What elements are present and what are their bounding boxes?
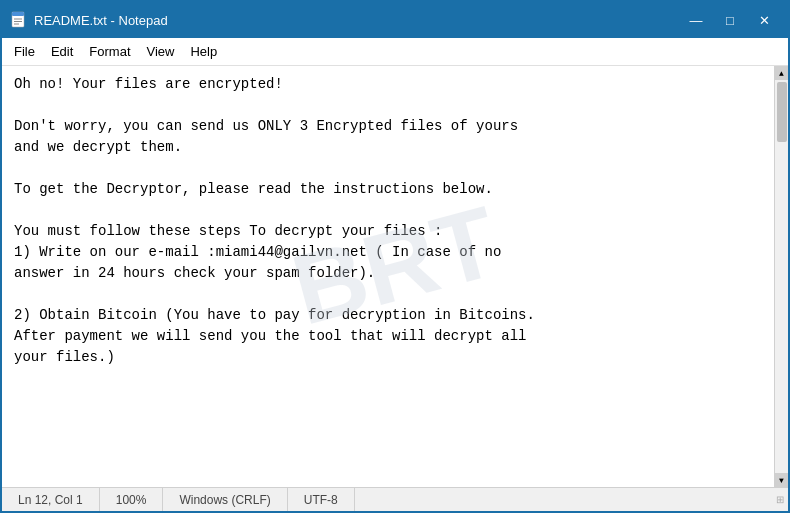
menu-help[interactable]: Help <box>182 42 225 61</box>
text-editor[interactable]: Oh no! Your files are encrypted! Don't w… <box>2 66 774 487</box>
encoding: UTF-8 <box>288 488 355 511</box>
menu-bar: File Edit Format View Help <box>2 38 788 66</box>
cursor-position: Ln 12, Col 1 <box>2 488 100 511</box>
title-bar-left: README.txt - Notepad <box>10 11 168 29</box>
scrollbar[interactable]: ▲ ▼ <box>774 66 788 487</box>
menu-format[interactable]: Format <box>81 42 138 61</box>
scroll-up-button[interactable]: ▲ <box>775 66 789 80</box>
menu-edit[interactable]: Edit <box>43 42 81 61</box>
menu-file[interactable]: File <box>6 42 43 61</box>
notepad-window: README.txt - Notepad — □ ✕ File Edit For… <box>0 0 790 513</box>
app-icon <box>10 11 28 29</box>
title-bar: README.txt - Notepad — □ ✕ <box>2 2 788 38</box>
menu-view[interactable]: View <box>139 42 183 61</box>
zoom-level: 100% <box>100 488 164 511</box>
close-button[interactable]: ✕ <box>748 8 780 32</box>
scrollbar-thumb[interactable] <box>777 82 787 142</box>
resize-grip[interactable]: ⊞ <box>772 492 788 508</box>
line-ending: Windows (CRLF) <box>163 488 287 511</box>
window-title: README.txt - Notepad <box>34 13 168 28</box>
scroll-down-button[interactable]: ▼ <box>775 473 789 487</box>
maximize-button[interactable]: □ <box>714 8 746 32</box>
window-controls: — □ ✕ <box>680 8 780 32</box>
editor-area: Oh no! Your files are encrypted! Don't w… <box>2 66 788 487</box>
status-bar: Ln 12, Col 1 100% Windows (CRLF) UTF-8 ⊞ <box>2 487 788 511</box>
svg-rect-1 <box>12 12 24 16</box>
minimize-button[interactable]: — <box>680 8 712 32</box>
